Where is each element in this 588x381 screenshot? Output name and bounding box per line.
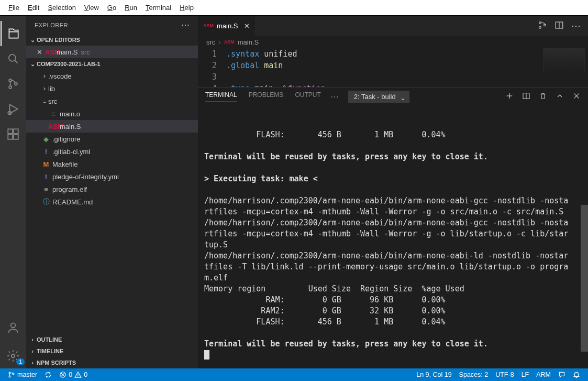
terminal-line: /home/harrison/.comp2300/arm-none-eabi/b…: [204, 217, 582, 228]
run-debug-activity[interactable]: [1, 96, 26, 122]
file-item[interactable]: ≡main.o: [26, 107, 198, 120]
file-name: main.S: [60, 123, 81, 130]
editor-tab-actions: ⋯: [538, 16, 588, 36]
new-terminal-icon[interactable]: [505, 92, 514, 102]
file-item[interactable]: ASMmain.S: [26, 120, 198, 133]
file-item[interactable]: !pledge-of-integrity.yml: [26, 170, 198, 183]
editor-more-icon[interactable]: ⋯: [571, 20, 581, 31]
kill-terminal-icon[interactable]: [539, 92, 547, 102]
menu-edit[interactable]: Edit: [24, 2, 43, 14]
file-item[interactable]: !.gitlab-ci.yml: [26, 145, 198, 158]
terminal-line: tfiles -T lib/link.ld --print-memory-usa…: [204, 262, 582, 273]
main-area: EXPLORER ⋯ ⌄ OPEN EDITORS ✕ASMmain.Ssrc …: [0, 16, 588, 368]
status-problems[interactable]: 0 0: [56, 371, 91, 378]
bottom-panel: TERMINALPROBLEMSOUTPUT ⋯ 2: Task - build…: [198, 87, 588, 368]
terminal-output[interactable]: FLASH: 456 B 1 MB 0.04% Terminal will be…: [198, 105, 588, 368]
folder-item[interactable]: ⌄src: [26, 95, 198, 107]
status-eol[interactable]: LF: [518, 371, 533, 378]
chevron-icon: ⌄: [41, 97, 48, 105]
chevron-icon: ›: [41, 72, 48, 80]
status-branch[interactable]: master: [4, 371, 41, 378]
menu-run[interactable]: Run: [120, 2, 141, 14]
menu-file[interactable]: File: [4, 2, 24, 14]
folder-item[interactable]: ›.vscode: [26, 70, 198, 82]
menu-view[interactable]: View: [80, 2, 103, 14]
close-panel-icon[interactable]: [572, 92, 581, 102]
status-language[interactable]: ARM: [532, 371, 554, 378]
scm-activity[interactable]: [1, 71, 26, 96]
accounts-activity[interactable]: [1, 315, 26, 340]
terminal-selector[interactable]: 2: Task - build ⌄: [348, 91, 409, 103]
menu-help[interactable]: Help: [175, 2, 198, 14]
search-activity[interactable]: [1, 46, 26, 71]
file-item[interactable]: MMakefile: [26, 158, 198, 170]
chevron-icon: ›: [41, 85, 48, 92]
compare-icon[interactable]: [538, 20, 547, 31]
file-icon: !: [41, 148, 51, 156]
breadcrumb[interactable]: src › ASM main.S: [198, 36, 588, 48]
explorer-sidebar: EXPLORER ⋯ ⌄ OPEN EDITORS ✕ASMmain.Ssrc …: [26, 16, 198, 368]
explorer-header: EXPLORER ⋯: [26, 16, 198, 34]
terminal-scrollbar-thumb[interactable]: [581, 205, 588, 352]
settings-activity[interactable]: [1, 343, 26, 368]
status-lncol[interactable]: Ln 9, Col 19: [413, 371, 455, 378]
breadcrumb-part[interactable]: src: [206, 38, 215, 46]
open-editors-header[interactable]: ⌄ OPEN EDITORS: [26, 34, 198, 46]
panel-actions: [505, 92, 581, 102]
svg-point-0: [9, 55, 16, 61]
code-content[interactable]: .syntax unified.global main .type main, …: [226, 48, 326, 87]
extensions-activity[interactable]: [1, 122, 26, 147]
file-name: .gitlab-ci.yml: [52, 148, 90, 156]
panel-tab-output[interactable]: OUTPUT: [295, 91, 320, 102]
explorer-activity[interactable]: [1, 21, 26, 46]
folder-item[interactable]: ›lib: [26, 82, 198, 95]
explorer-more-icon[interactable]: ⋯: [181, 20, 190, 30]
sidebar-section-outline[interactable]: ›OUTLINE: [26, 334, 198, 345]
panel-tab-problems[interactable]: PROBLEMS: [249, 91, 284, 102]
terminal-line: Terminal will be reused by tasks, press …: [204, 339, 582, 350]
panel-more-icon[interactable]: ⋯: [330, 92, 339, 102]
open-editor-item[interactable]: ✕ASMmain.Ssrc: [26, 46, 198, 58]
terminal-line: FLASH: 456 B 1 MB 0.04%: [204, 317, 582, 328]
code-line[interactable]: [226, 71, 326, 83]
menu-selection[interactable]: Selection: [43, 2, 80, 14]
asm-icon: ASM: [224, 39, 235, 45]
code-line[interactable]: .syntax unified: [226, 48, 326, 60]
terminal-scrollbar[interactable]: [581, 105, 588, 368]
code-line[interactable]: .type main, %function: [226, 83, 326, 87]
file-item[interactable]: ≡program.elf: [26, 183, 198, 195]
sidebar-section-timeline[interactable]: ›TIMELINE: [26, 345, 198, 357]
file-icon: !: [41, 173, 51, 181]
menu-go[interactable]: Go: [103, 2, 120, 14]
minimap[interactable]: [543, 48, 585, 71]
terminal-line: Memory region Used Size Region Size %age…: [204, 284, 582, 295]
svg-point-11: [11, 323, 16, 328]
open-editors-list: ✕ASMmain.Ssrc: [26, 46, 198, 58]
status-encoding[interactable]: UTF-8: [492, 371, 517, 378]
file-item[interactable]: ◆.gitignore: [26, 133, 198, 145]
svg-point-24: [9, 372, 10, 374]
panel-tab-terminal[interactable]: TERMINAL: [205, 91, 237, 102]
close-tab-icon[interactable]: ✕: [244, 22, 250, 30]
split-editor-icon[interactable]: [554, 20, 564, 31]
code-editor[interactable]: 1234 .syntax unified.global main .type m…: [198, 48, 588, 87]
sidebar-section-npm-scripts[interactable]: ›NPM SCRIPTS: [26, 357, 198, 368]
menu-terminal[interactable]: Terminal: [141, 2, 175, 14]
maximize-panel-icon[interactable]: [556, 92, 564, 102]
close-icon[interactable]: ✕: [37, 48, 45, 56]
status-indent[interactable]: Spaces: 2: [456, 371, 492, 378]
chevron-down-icon: ⌄: [400, 94, 406, 102]
status-bell-icon[interactable]: [569, 371, 584, 378]
status-sync[interactable]: [41, 371, 56, 378]
file-icon: ≡: [41, 186, 51, 193]
file-name: README.md: [52, 198, 93, 206]
split-terminal-icon[interactable]: [522, 92, 530, 102]
code-line[interactable]: .global main: [226, 60, 326, 71]
file-item[interactable]: ⓘREADME.md: [26, 195, 198, 208]
folder-root-header[interactable]: ⌄ COMP2300-2021-LAB-1: [26, 58, 198, 70]
editor-area: ASM main.S ✕ ⋯ src › ASM main.S 1234 .s: [198, 16, 588, 368]
editor-tabbar: ASM main.S ✕ ⋯: [198, 16, 588, 36]
breadcrumb-part[interactable]: main.S: [238, 38, 259, 46]
status-feedback-icon[interactable]: [554, 371, 569, 378]
editor-tab-main[interactable]: ASM main.S ✕: [198, 16, 256, 36]
